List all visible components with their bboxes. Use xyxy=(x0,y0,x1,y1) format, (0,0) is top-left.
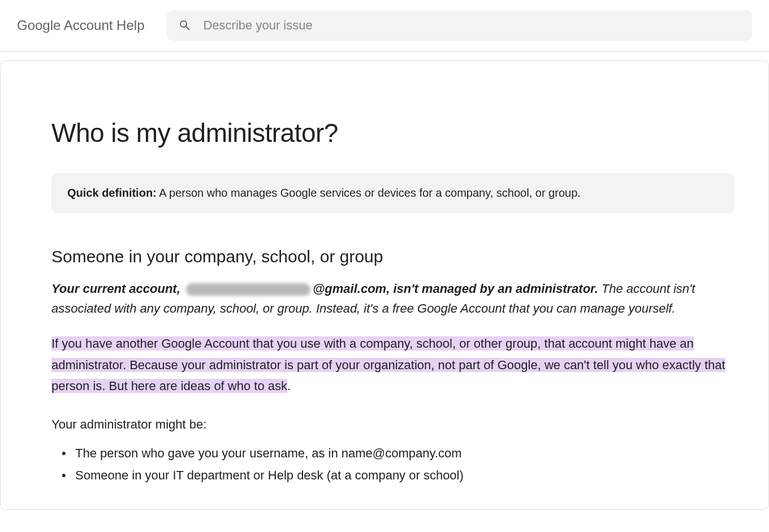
highlighted-period: . xyxy=(287,379,291,393)
highlighted-text: If you have another Google Account that … xyxy=(51,336,725,393)
search-input[interactable] xyxy=(203,18,741,33)
account-suffix: @gmail.com, isn't managed by an administ… xyxy=(313,282,598,296)
definition-label: Quick definition: xyxy=(67,187,157,199)
list-item: Someone in your IT department or Help de… xyxy=(65,464,735,487)
page-header: Google Account Help xyxy=(0,0,769,51)
main-content-card: Who is my administrator? Quick definitio… xyxy=(0,60,769,510)
highlighted-paragraph: If you have another Google Account that … xyxy=(51,333,735,396)
list-item: The person who gave you your username, a… xyxy=(65,442,735,465)
account-status-paragraph: Your current account, @gmail.com, isn't … xyxy=(51,279,735,318)
account-prefix: Your current account, xyxy=(51,282,184,296)
account-status-bold: Your current account, @gmail.com, isn't … xyxy=(51,282,602,296)
redacted-email xyxy=(186,283,310,296)
admin-might-be-heading: Your administrator might be: xyxy=(51,417,735,432)
site-title[interactable]: Google Account Help xyxy=(17,18,144,33)
search-container[interactable] xyxy=(167,10,752,41)
page-title: Who is my administrator? xyxy=(51,118,735,148)
search-icon xyxy=(178,19,192,32)
definition-text: A person who manages Google services or … xyxy=(157,187,581,199)
admin-list: The person who gave you your username, a… xyxy=(51,442,735,487)
quick-definition-box: Quick definition: A person who manages G… xyxy=(51,173,735,213)
section-heading: Someone in your company, school, or grou… xyxy=(51,247,735,266)
